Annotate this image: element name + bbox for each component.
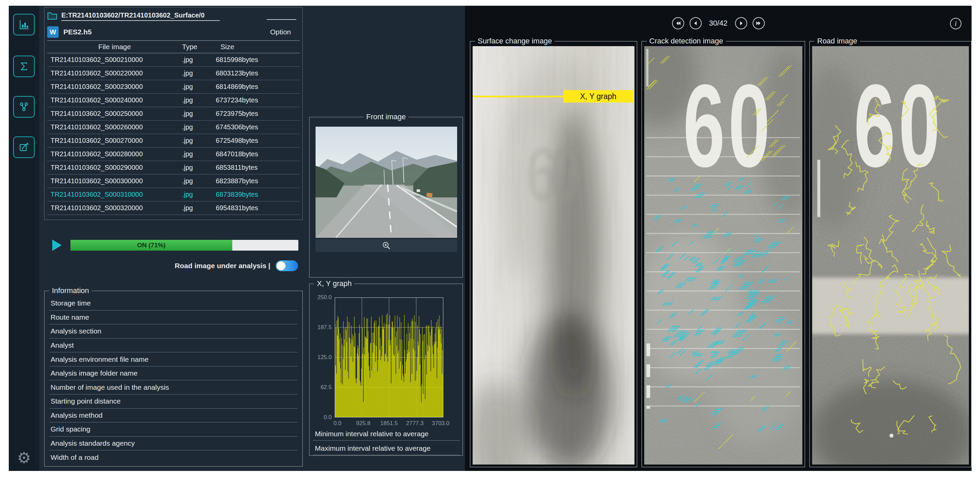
folder-icon[interactable]: [47, 11, 57, 20]
info-row-image-count: Number of image used in the analysis: [49, 380, 298, 394]
file-name-cell: TR21410103602_S000270000: [47, 137, 182, 145]
surface-change-panel: Surface change image: [470, 41, 637, 467]
analysis-toggle[interactable]: [276, 260, 298, 271]
table-row[interactable]: TR21410103602_S000230000 .jpg 6814869byt…: [47, 80, 300, 94]
min-interval-row: Minimum interval relative to average: [313, 427, 460, 441]
file-name-cell: TR21410103602_S000320000: [47, 204, 182, 212]
table-row[interactable]: TR21410103602_S000300000 .jpg 6823887byt…: [47, 175, 300, 188]
sidebar-button-sigma[interactable]: [13, 56, 35, 77]
x-tick: 1851.5: [380, 420, 398, 427]
previous-icon: [692, 20, 698, 26]
y-tick: 125.0: [317, 354, 332, 361]
next-page-button[interactable]: [735, 17, 747, 29]
option-button[interactable]: Option: [270, 28, 291, 36]
crack-detection-image[interactable]: 60: [644, 46, 802, 465]
info-button[interactable]: i: [950, 18, 961, 29]
front-photo-illustration: [315, 127, 457, 238]
xy-plot-area: [335, 297, 443, 418]
file-size-cell: 6803123bytes: [216, 69, 300, 77]
info-row-image-folder-name: Analysis image folder name: [49, 367, 298, 381]
progress-bar: ON (71%): [70, 240, 298, 251]
file-name-cell: TR21410103602_S000210000: [47, 56, 182, 64]
front-image-title: Front image: [363, 113, 408, 121]
workflow-icon: [18, 101, 30, 113]
analysis-progress-row: ON (71%): [44, 240, 303, 251]
zoom-icon: [382, 241, 391, 250]
table-row[interactable]: TR21410103602_S000320000 .jpg 6954831byt…: [47, 202, 300, 215]
last-page-button[interactable]: [752, 17, 765, 29]
h5-file-name: PES2.h5: [64, 28, 92, 36]
header-type: Type: [182, 43, 216, 51]
info-row-standards-agency: Analysis standards agency: [49, 437, 298, 451]
file-size-cell: 6823887bytes: [216, 177, 300, 185]
surface-panel-title: Surface change image: [475, 37, 555, 45]
table-row[interactable]: TR21410103602_S000250000 .jpg 6723975byt…: [47, 107, 300, 121]
crack-road-marking: 60: [683, 60, 773, 191]
table-row[interactable]: TR21410103602_S000220000 .jpg 6803123byt…: [47, 67, 300, 80]
table-row[interactable]: TR21410103602_S000210000 .jpg 6815998byt…: [47, 53, 300, 67]
file-type-cell: .jpg: [182, 83, 216, 91]
file-type-cell: .jpg: [182, 137, 216, 145]
skip-last-icon: [756, 20, 762, 26]
information-title: Information: [49, 287, 92, 295]
sidebar-button-edit[interactable]: [13, 137, 35, 158]
file-type-cell: .jpg: [182, 191, 216, 199]
sigma-icon: [18, 60, 30, 72]
file-size-cell: 6853811bytes: [216, 164, 300, 172]
file-size-cell: 6737234bytes: [216, 96, 300, 104]
table-row[interactable]: TR21410103602_S000280000 .jpg 6847018byt…: [47, 148, 300, 161]
table-row[interactable]: TR21410103602_S000290000 .jpg 6853811byt…: [47, 161, 300, 175]
toggle-label: Road image under analysis |: [175, 262, 270, 270]
app-window: ⚙ E:TR21410103602/TR21410103602_Surface/…: [9, 6, 972, 471]
file-type-cell: .jpg: [182, 96, 216, 104]
front-image: [315, 127, 457, 238]
road-image[interactable]: 60: [812, 46, 969, 465]
progress-label: ON (71%): [137, 241, 165, 249]
info-row-analysis-method: Analysis method: [49, 409, 298, 423]
xy-graph-box: X, Y graph 250.0 187.5 125.0 62.5 0.0: [309, 284, 463, 456]
file-panel: E:TR21410103602/TR21410103602_Surface/0 …: [44, 6, 303, 471]
file-name-cell: TR21410103602_S000250000: [47, 110, 182, 118]
table-row[interactable]: TR21410103602_S000260000 .jpg 6745306byt…: [47, 121, 300, 134]
histogram-icon: [18, 19, 30, 30]
file-size-cell: 6873839bytes: [216, 191, 300, 199]
front-image-box: Front image: [309, 117, 463, 278]
xy-chart: 250.0 187.5 125.0 62.5 0.0 0.0 925.8: [309, 287, 463, 426]
previous-page-button[interactable]: [689, 17, 702, 29]
page-indicator: 30/42: [709, 19, 727, 28]
x-tick: 2777.3: [406, 420, 425, 427]
table-row[interactable]: TR21410103602_S000240000 .jpg 6737234byt…: [47, 94, 300, 107]
sidebar-button-workflow[interactable]: [13, 96, 35, 118]
sidebar-button-histogram[interactable]: [13, 14, 35, 35]
info-row-start-distance: Starting point distance: [49, 394, 298, 409]
y-tick: 62.5: [321, 384, 332, 391]
first-page-button[interactable]: [672, 17, 684, 29]
path-extra-field[interactable]: [267, 11, 296, 20]
file-size-cell: 6954831bytes: [216, 204, 300, 212]
marker-line[interactable]: [473, 96, 563, 97]
h5-file-icon: W: [47, 26, 59, 38]
road-image-panel: Road image: [810, 41, 972, 467]
file-name-cell: TR21410103602_S000230000: [47, 83, 182, 91]
file-name-cell: TR21410103602_S000260000: [47, 123, 182, 131]
file-name-cell: TR21410103602_S000310000: [47, 191, 182, 199]
header-size: Size: [216, 43, 300, 51]
file-type-cell: .jpg: [182, 204, 216, 212]
h5-file-row: W PES2.h5 Option: [47, 25, 300, 39]
info-row-analyst: Analyst: [49, 338, 298, 353]
file-type-cell: .jpg: [182, 69, 216, 77]
info-row-grid-spacing: Grid spacing: [49, 422, 298, 437]
file-name-cell: TR21410103602_S000220000: [47, 69, 182, 77]
file-size-cell: 6815998bytes: [216, 56, 300, 64]
max-interval-row: Maximum interval relative to average: [313, 441, 460, 455]
table-row-selected[interactable]: TR21410103602_S000310000 .jpg 6873839byt…: [47, 188, 300, 202]
file-size-cell: 6745306bytes: [216, 123, 300, 131]
settings-gear-icon[interactable]: ⚙: [9, 450, 39, 465]
progress-fill: ON (71%): [70, 240, 232, 251]
zoom-button[interactable]: [315, 239, 457, 252]
table-row[interactable]: TR21410103602_S000270000 .jpg 6725498byt…: [47, 134, 300, 148]
file-name-cell: TR21410103602_S000290000: [47, 164, 182, 172]
path-input[interactable]: E:TR21410103602/TR21410103602_Surface/0: [61, 10, 220, 21]
play-button[interactable]: [52, 240, 62, 251]
surface-change-image[interactable]: 6 0: [473, 46, 635, 465]
